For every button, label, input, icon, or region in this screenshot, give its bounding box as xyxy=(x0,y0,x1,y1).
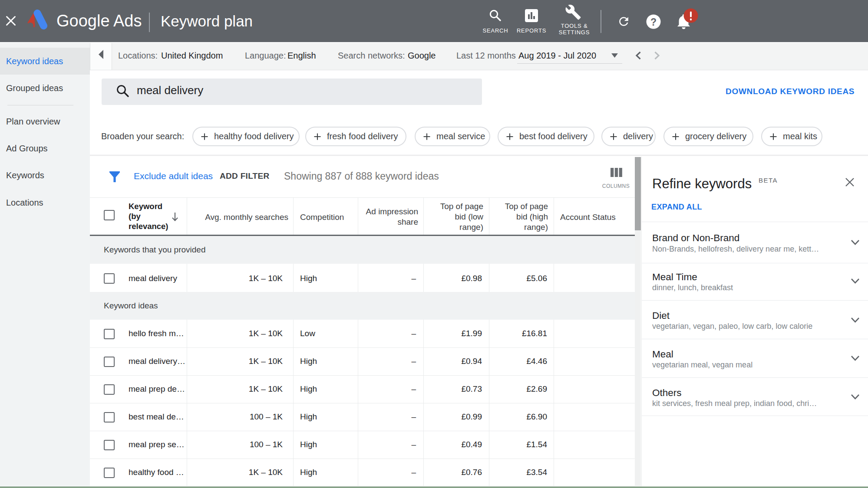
svg-text:?: ? xyxy=(650,16,657,28)
